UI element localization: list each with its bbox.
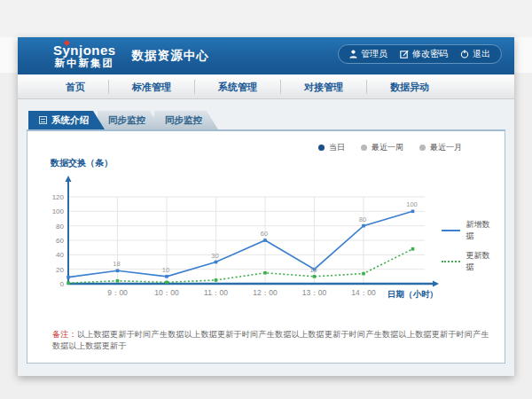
document-icon [39, 116, 47, 124]
radio-icon [419, 145, 426, 151]
svg-text:60: 60 [56, 237, 64, 245]
tab-label: 同步监控 [108, 111, 145, 129]
svg-text:日期（小时）: 日期（小时） [387, 289, 438, 300]
svg-text:120: 120 [52, 193, 65, 201]
filter-label: 当日 [329, 142, 345, 153]
main-nav: 首页 标准管理 系统管理 对接管理 数据异动 [18, 74, 514, 99]
filter-last-month[interactable]: 最近一月 [419, 142, 462, 153]
svg-text:12：00: 12：00 [253, 288, 278, 297]
tab-label: 同步监控 [165, 111, 202, 129]
filter-label: 最近一月 [430, 142, 462, 153]
power-icon [460, 50, 469, 59]
chart-panel: 当日 最近一周 最近一月 数据交换（条） 0204060801001209：00… [27, 129, 505, 364]
tab-system-intro[interactable]: 系统介绍 [28, 111, 105, 129]
filter-last-week[interactable]: 最近一周 [361, 142, 403, 153]
legend-label: 更新数据 [466, 250, 497, 273]
radio-selected-icon [318, 145, 325, 151]
change-password-button[interactable]: 修改密码 [400, 48, 448, 60]
nav-item-interface-mgmt[interactable]: 对接管理 [281, 80, 367, 94]
time-range-filters: 当日 最近一周 最近一月 [35, 138, 497, 155]
page-background: Synjones 新中新集团 数据资源中心 管理员 修改密码 [0, 37, 532, 399]
svg-text:10：00: 10：00 [154, 288, 179, 297]
chart-row: 0204060801001209：0010：0011：0012：0013：001… [35, 173, 497, 317]
nav-item-data-change[interactable]: 数据异动 [367, 80, 452, 94]
dotted-line-swatch [442, 261, 461, 262]
svg-text:10: 10 [309, 266, 317, 274]
app-header: Synjones 新中新集团 数据资源中心 管理员 修改密码 [18, 37, 514, 74]
nav-item-standard-mgmt[interactable]: 标准管理 [109, 80, 195, 94]
tab-label: 系统介绍 [51, 111, 89, 129]
logout-label: 退出 [473, 48, 490, 60]
svg-text:13：00: 13：00 [302, 288, 327, 297]
svg-text:80: 80 [359, 215, 366, 223]
svg-text:10: 10 [162, 266, 169, 274]
line-chart: 0204060801001209：0010：0011：0012：0013：001… [35, 173, 440, 317]
app-window: Synjones 新中新集团 数据资源中心 管理员 修改密码 [18, 37, 514, 376]
logout-button[interactable]: 退出 [460, 48, 490, 60]
svg-text:20: 20 [56, 266, 64, 274]
logo-text: Synjones [53, 43, 116, 58]
svg-text:30: 30 [211, 252, 218, 260]
logo-subtext: 新中新集团 [53, 58, 116, 68]
y-axis-title: 数据交换（条） [51, 157, 497, 169]
svg-text:9：00: 9：00 [107, 288, 128, 297]
radio-icon [361, 145, 367, 151]
page-title: 数据资源中心 [132, 48, 209, 64]
svg-text:40: 40 [56, 251, 64, 259]
svg-text:14：00: 14：00 [351, 288, 376, 297]
current-user-button[interactable]: 管理员 [349, 48, 387, 60]
svg-text:80: 80 [56, 223, 64, 231]
user-icon [349, 50, 357, 59]
svg-text:100: 100 [406, 200, 418, 208]
tab-sync-monitor-2[interactable]: 同步监控 [154, 111, 218, 129]
user-toolbar: 管理员 修改密码 退出 [338, 44, 502, 64]
svg-text:11：00: 11：00 [204, 288, 228, 297]
legend-label: 新增数据 [466, 219, 497, 242]
chart-legend: 新增数据 更新数据 [442, 219, 497, 281]
svg-text:18: 18 [113, 260, 120, 268]
filter-today[interactable]: 当日 [318, 142, 345, 153]
svg-text:0: 0 [60, 280, 65, 288]
content-area: 系统介绍 同步监控 同步监控 当日 最近一周 [18, 99, 514, 376]
change-password-label: 修改密码 [412, 48, 448, 60]
company-logo: Synjones 新中新集团 [53, 43, 116, 68]
tab-bar: 系统介绍 同步监控 同步监控 [28, 111, 505, 129]
current-user-label: 管理员 [361, 48, 387, 60]
filter-label: 最近一周 [372, 142, 403, 153]
nav-item-system-mgmt[interactable]: 系统管理 [195, 80, 281, 94]
svg-text:60: 60 [261, 230, 268, 238]
solid-line-swatch [442, 230, 461, 231]
legend-item-new-data[interactable]: 新增数据 [442, 219, 497, 242]
legend-item-updated-data[interactable]: 更新数据 [442, 250, 497, 273]
nav-item-home[interactable]: 首页 [43, 80, 109, 94]
footnote-prefix: 备注： [52, 330, 77, 339]
footnote-text: 以上数据更新于时间产生数据以上数据更新于时间产生数据以上数据更新于时间产生数据以… [52, 330, 489, 350]
edit-icon [400, 50, 409, 59]
svg-text:100: 100 [52, 207, 65, 215]
footnote: 备注：以上数据更新于时间产生数据以上数据更新于时间产生数据以上数据更新于时间产生… [52, 329, 497, 352]
tab-sync-monitor-1[interactable]: 同步监控 [98, 111, 161, 129]
